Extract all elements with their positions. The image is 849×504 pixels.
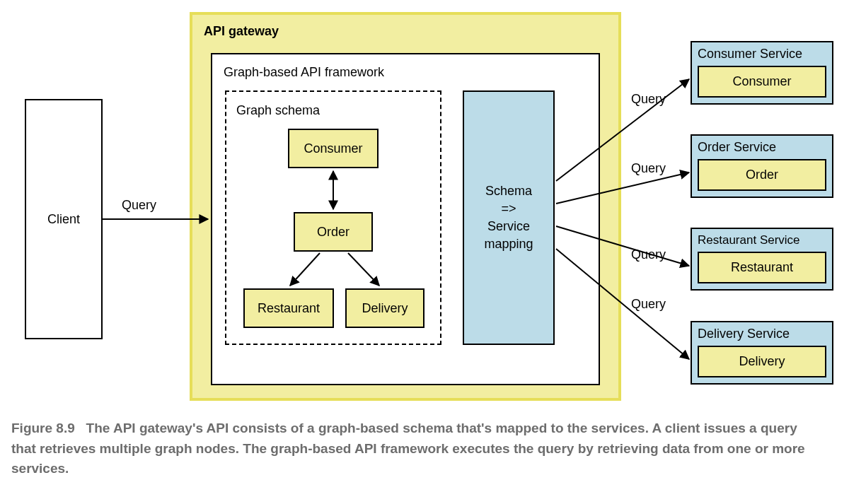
schema-node-consumer: Consumer (288, 129, 379, 168)
service-restaurant: Restaurant Service Restaurant (691, 228, 833, 291)
service-title: Restaurant Service (698, 233, 826, 247)
graph-schema-title: Graph schema (236, 103, 320, 118)
service-title: Consumer Service (698, 47, 826, 61)
schema-node-delivery: Delivery (345, 288, 424, 328)
figure-number: Figure 8.9 (11, 421, 75, 435)
service-inner: Restaurant (698, 252, 826, 283)
node-label: Consumer (304, 141, 362, 156)
mapping-line4: mapping (484, 235, 533, 253)
schema-node-order: Order (294, 212, 373, 252)
edge-label-client-query: Query (122, 198, 156, 213)
service-title: Order Service (698, 140, 826, 155)
figure-caption: Figure 8.9 The API gateway's API consist… (11, 418, 811, 479)
edge-label-q1: Query (631, 92, 666, 107)
schema-node-restaurant: Restaurant (243, 288, 334, 328)
diagram-canvas: API gateway Graph-based API framework Gr… (0, 0, 849, 404)
service-title: Delivery Service (698, 327, 826, 341)
mapping-line1: Schema (485, 182, 532, 200)
api-gateway-title: API gateway (204, 24, 279, 39)
service-order: Order Service Order (691, 134, 833, 198)
service-inner: Delivery (698, 346, 826, 377)
node-label: Order (317, 225, 350, 240)
node-label: Restaurant (258, 301, 320, 316)
service-inner: Consumer (698, 66, 826, 98)
edge-label-q3: Query (631, 247, 666, 262)
edge-label-q2: Query (631, 161, 666, 176)
client-box: Client (25, 99, 103, 339)
node-label: Delivery (362, 301, 408, 316)
service-inner: Order (698, 159, 826, 191)
mapping-line3: Service (487, 218, 530, 235)
schema-service-mapping-box: Schema => Service mapping (463, 90, 555, 345)
edge-label-q4: Query (631, 297, 666, 312)
service-consumer: Consumer Service Consumer (691, 41, 833, 105)
service-delivery: Delivery Service Delivery (691, 321, 833, 385)
client-label: Client (47, 212, 80, 227)
framework-title: Graph-based API framework (224, 65, 384, 80)
figure-text: The API gateway's API consists of a grap… (11, 421, 805, 476)
mapping-line2: => (501, 200, 516, 218)
